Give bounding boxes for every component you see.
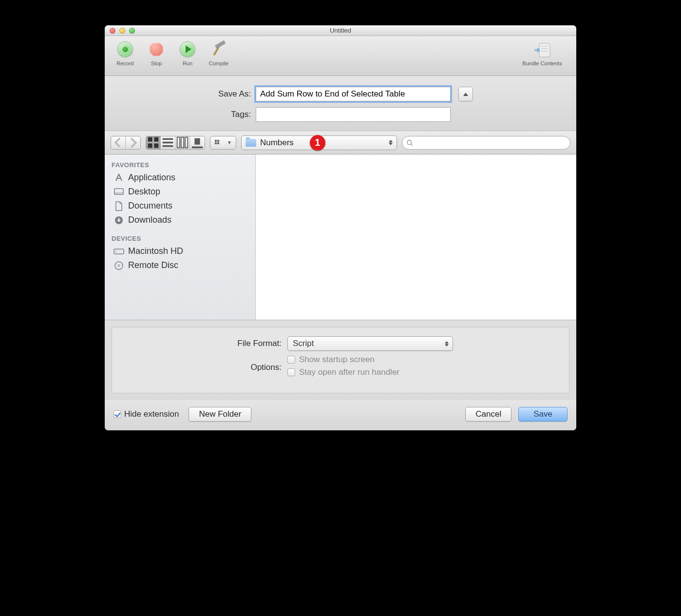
folder-icon: [246, 139, 256, 147]
file-format-value: Script: [293, 339, 314, 348]
svg-rect-5: [154, 137, 158, 142]
documents-icon: [114, 201, 124, 211]
back-button[interactable]: [111, 136, 126, 149]
save-button[interactable]: Save: [518, 407, 568, 422]
bundle-contents-tool[interactable]: Bundle Contents: [513, 40, 571, 66]
run-tool[interactable]: Run: [172, 40, 203, 66]
svg-rect-19: [217, 142, 219, 144]
sidebar-label: Remote Disc: [128, 260, 178, 270]
applications-icon: [114, 173, 124, 183]
updown-icon: [389, 140, 393, 145]
search-input[interactable]: [413, 136, 570, 149]
svg-point-27: [115, 262, 123, 270]
file-format-popup[interactable]: Script: [287, 336, 453, 351]
svg-point-26: [115, 251, 116, 252]
run-label: Run: [183, 60, 192, 66]
run-icon: [180, 41, 195, 57]
show-startup-label: Show startup screen: [299, 355, 375, 365]
column-view-button[interactable]: [175, 136, 190, 149]
svg-rect-12: [181, 137, 184, 148]
checkbox-icon: [287, 368, 295, 376]
disc-icon: [114, 261, 124, 270]
list-view-button[interactable]: [161, 136, 175, 149]
view-switcher: [146, 136, 205, 150]
cancel-button[interactable]: Cancel: [465, 407, 511, 422]
stay-open-option[interactable]: Stay open after run handler: [287, 367, 399, 377]
checkbox-icon: [287, 356, 295, 364]
arrange-button[interactable]: ▼: [210, 136, 236, 150]
show-startup-option[interactable]: Show startup screen: [287, 355, 399, 365]
tags-input[interactable]: [256, 107, 451, 122]
location-popup[interactable]: Numbers 1: [241, 135, 397, 150]
compile-label: Compile: [209, 60, 228, 66]
titlebar: Untitled: [105, 25, 576, 36]
forward-button[interactable]: [126, 136, 140, 149]
history-nav: [111, 136, 141, 150]
file-list-area[interactable]: [256, 154, 576, 320]
bundle-contents-icon: [532, 40, 552, 60]
svg-rect-7: [154, 143, 158, 148]
save-header: Save As: Tags:: [105, 76, 576, 131]
svg-rect-13: [185, 137, 188, 148]
file-format-label: File Format:: [122, 339, 287, 348]
downloads-icon: [114, 215, 124, 225]
saveas-label: Save As:: [124, 89, 256, 99]
sidebar-label: Documents: [128, 201, 172, 211]
updown-icon: [445, 341, 449, 346]
sidebar: FAVORITES Applications Desktop Documents…: [105, 154, 256, 320]
record-icon: [117, 41, 133, 57]
search-field[interactable]: [402, 136, 570, 150]
bundle-label: Bundle Contents: [522, 60, 562, 66]
chevron-up-icon: [463, 93, 468, 96]
search-icon: [406, 139, 413, 146]
hammer-icon: [210, 40, 227, 58]
expand-collapse-button[interactable]: [458, 87, 473, 101]
sidebar-item-downloads[interactable]: Downloads: [105, 213, 255, 227]
save-dialog-window: Untitled Record Stop Run Compile Bundle …: [105, 25, 576, 430]
sidebar-item-macintosh-hd[interactable]: Macintosh HD: [105, 244, 255, 258]
options-panel: File Format: Script Options: Show startu…: [112, 327, 569, 393]
sidebar-label: Macintosh HD: [128, 246, 183, 256]
desktop-icon: [114, 187, 124, 197]
devices-header: DEVICES: [105, 232, 255, 244]
saveas-input[interactable]: [256, 87, 451, 101]
svg-rect-18: [215, 142, 217, 144]
svg-rect-6: [148, 143, 152, 148]
stop-tool[interactable]: Stop: [141, 40, 172, 66]
browser-nav-bar: ▼ Numbers 1: [105, 131, 576, 154]
sidebar-item-applications[interactable]: Applications: [105, 171, 255, 185]
svg-rect-4: [148, 137, 152, 142]
icon-view-button[interactable]: [146, 136, 161, 149]
checkbox-checked-icon: [114, 410, 121, 418]
sidebar-item-remote-disc[interactable]: Remote Disc: [105, 258, 255, 272]
window-title: Untitled: [105, 27, 576, 34]
hard-drive-icon: [114, 247, 124, 256]
svg-rect-17: [217, 140, 219, 142]
sidebar-item-documents[interactable]: Documents: [105, 199, 255, 213]
svg-rect-22: [114, 189, 123, 194]
svg-rect-11: [177, 137, 180, 148]
options-label: Options:: [122, 363, 287, 372]
file-browser: FAVORITES Applications Desktop Documents…: [105, 154, 576, 320]
coverflow-view-button[interactable]: [190, 136, 205, 149]
sidebar-item-desktop[interactable]: Desktop: [105, 185, 255, 199]
svg-point-20: [407, 140, 412, 144]
toolbar: Record Stop Run Compile Bundle Contents: [105, 36, 576, 76]
sidebar-label: Downloads: [128, 215, 171, 225]
svg-rect-16: [215, 140, 217, 142]
new-folder-button[interactable]: New Folder: [189, 407, 251, 422]
stop-icon: [149, 42, 164, 57]
sidebar-label: Desktop: [128, 187, 160, 197]
hide-extension-label: Hide extension: [124, 409, 179, 419]
svg-rect-14: [194, 138, 200, 144]
stop-label: Stop: [151, 60, 162, 66]
compile-tool[interactable]: Compile: [203, 40, 234, 66]
svg-line-21: [411, 144, 413, 146]
hide-extension-checkbox[interactable]: Hide extension: [114, 409, 179, 419]
favorites-header: FAVORITES: [105, 158, 255, 171]
sidebar-label: Applications: [128, 173, 175, 183]
record-label: Record: [116, 60, 133, 66]
record-tool[interactable]: Record: [110, 40, 141, 66]
svg-point-28: [118, 265, 120, 267]
stay-open-label: Stay open after run handler: [299, 367, 399, 377]
